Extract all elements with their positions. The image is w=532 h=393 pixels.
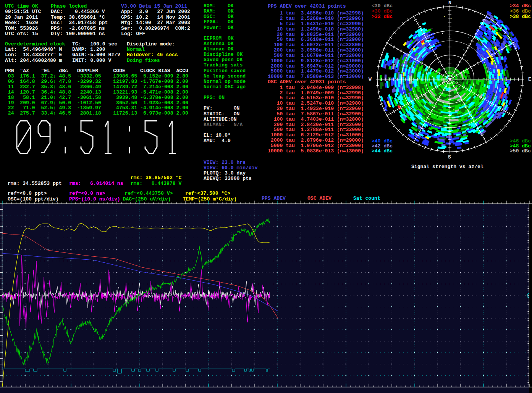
svg-text:›×#*(: ›×#*( bbox=[453, 83, 462, 87]
